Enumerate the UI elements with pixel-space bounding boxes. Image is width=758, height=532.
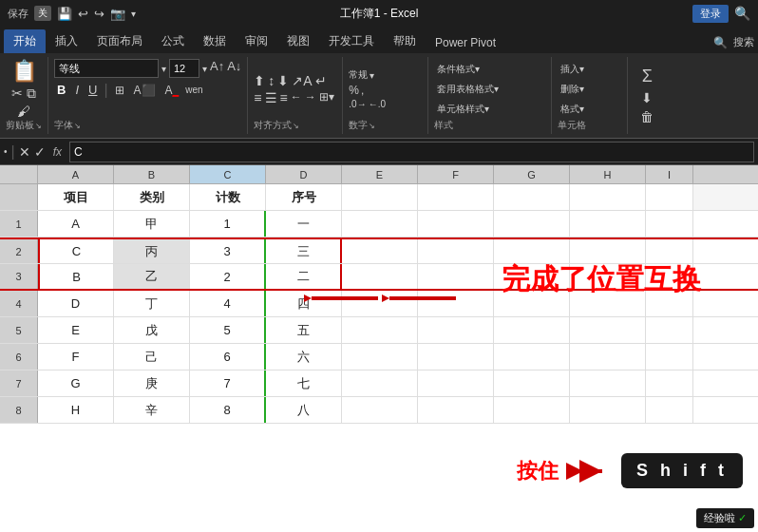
- align-bottom-icon[interactable]: ⬇: [277, 73, 289, 88]
- col-header-g[interactable]: G: [494, 165, 570, 183]
- tab-page-layout[interactable]: 页面布局: [87, 29, 152, 53]
- login-button[interactable]: 登录: [692, 5, 729, 23]
- clipboard-expand-icon[interactable]: ↘: [35, 122, 42, 130]
- font-name-input[interactable]: [54, 59, 159, 78]
- table-format-button[interactable]: 套用表格格式▾: [434, 81, 545, 98]
- cell-6d[interactable]: 六: [266, 344, 342, 370]
- cell-1c[interactable]: 1: [190, 211, 266, 237]
- search-icon[interactable]: 🔍: [734, 6, 750, 21]
- save-icon[interactable]: 💾: [57, 7, 72, 21]
- cell-3c[interactable]: 2: [190, 264, 266, 289]
- formula-cancel-icon[interactable]: ✕: [19, 144, 30, 160]
- decrease-decimal-icon[interactable]: ←.0: [369, 99, 386, 109]
- align-top-icon[interactable]: ⬆: [254, 73, 265, 88]
- header-c[interactable]: 计数: [190, 184, 266, 210]
- conditional-format-button[interactable]: 条件格式▾: [434, 61, 545, 78]
- bold-button[interactable]: B: [54, 81, 68, 99]
- cell-3b[interactable]: 乙: [114, 264, 190, 289]
- col-header-d[interactable]: D: [266, 165, 342, 183]
- increase-font-icon[interactable]: A↑: [210, 59, 224, 78]
- indent-dec-icon[interactable]: ←: [291, 90, 302, 105]
- camera-icon[interactable]: 📷: [110, 7, 125, 21]
- cell-5c[interactable]: 5: [190, 317, 266, 343]
- fill-color-button[interactable]: A⬛: [131, 82, 159, 99]
- cell-2b[interactable]: 丙: [114, 239, 190, 263]
- col-header-b[interactable]: B: [114, 165, 190, 183]
- tab-view[interactable]: 视图: [277, 29, 319, 53]
- increase-decimal-icon[interactable]: .0→: [349, 99, 366, 109]
- copy-icon[interactable]: ⧉: [27, 86, 36, 102]
- percent-icon[interactable]: %: [349, 84, 359, 97]
- col-header-c[interactable]: C: [190, 165, 266, 183]
- alignment-expand-icon[interactable]: ↘: [293, 122, 299, 130]
- italic-button[interactable]: I: [72, 81, 82, 99]
- cell-5b[interactable]: 戊: [114, 317, 190, 343]
- cell-1a[interactable]: A: [38, 211, 114, 237]
- font-size-input[interactable]: [169, 59, 199, 78]
- cell-5a[interactable]: E: [38, 317, 114, 343]
- cell-8b[interactable]: 辛: [114, 397, 190, 423]
- cell-8d[interactable]: 八: [266, 397, 342, 423]
- underline-button[interactable]: U: [85, 81, 100, 99]
- cell-8a[interactable]: H: [38, 397, 114, 423]
- delete-cell-button[interactable]: 删除▾: [558, 81, 621, 98]
- cell-4d[interactable]: 四: [266, 291, 342, 316]
- cell-4b[interactable]: 丁: [114, 291, 190, 316]
- cell-1d[interactable]: 一: [266, 211, 342, 237]
- formula-confirm-icon[interactable]: ✓: [34, 144, 46, 160]
- tab-data[interactable]: 数据: [194, 29, 236, 53]
- header-a[interactable]: 项目: [38, 184, 114, 210]
- cell-2a[interactable]: C: [38, 239, 114, 263]
- toggle-label[interactable]: 关: [34, 6, 51, 21]
- cell-6a[interactable]: F: [38, 344, 114, 370]
- col-header-a[interactable]: A: [38, 165, 114, 183]
- text-rotate-icon[interactable]: ↗A: [292, 73, 312, 88]
- save-label[interactable]: 保存: [8, 7, 28, 21]
- cell-8c[interactable]: 8: [190, 397, 266, 423]
- undo-icon[interactable]: ↩: [78, 7, 88, 21]
- col-header-i[interactable]: I: [646, 165, 693, 183]
- cell-5d[interactable]: 五: [266, 317, 342, 343]
- indent-inc-icon[interactable]: →: [305, 90, 316, 105]
- font-name-dropdown-icon[interactable]: ▾: [161, 64, 166, 74]
- font-color-button[interactable]: A_: [162, 82, 182, 99]
- cell-6b[interactable]: 己: [114, 344, 190, 370]
- number-format-dropdown[interactable]: ▾: [370, 70, 374, 81]
- number-expand-icon[interactable]: ↘: [369, 122, 375, 130]
- cell-7a[interactable]: G: [38, 370, 114, 396]
- cell-7c[interactable]: 7: [190, 370, 266, 396]
- cell-4c[interactable]: 4: [190, 291, 266, 316]
- cell-3a[interactable]: B: [38, 264, 114, 289]
- tab-formula[interactable]: 公式: [152, 29, 194, 53]
- font-size-dropdown-icon[interactable]: ▾: [202, 64, 207, 74]
- header-d[interactable]: 序号: [266, 184, 342, 210]
- col-header-f[interactable]: F: [418, 165, 494, 183]
- format-painter-icon[interactable]: 🖌: [17, 104, 30, 119]
- cell-1b[interactable]: 甲: [114, 211, 190, 237]
- dropdown-icon[interactable]: ▾: [131, 9, 136, 19]
- tab-developer[interactable]: 开发工具: [319, 29, 384, 53]
- cell-7b[interactable]: 庚: [114, 370, 190, 396]
- search-ribbon-icon[interactable]: 🔍: [713, 36, 728, 49]
- tab-home[interactable]: 开始: [4, 29, 46, 53]
- formula-input[interactable]: [69, 142, 754, 162]
- cell-2c[interactable]: 3: [190, 239, 266, 263]
- align-middle-icon[interactable]: ↕: [268, 73, 275, 88]
- thousands-icon[interactable]: ,: [361, 84, 364, 97]
- paste-icon[interactable]: 📋: [11, 59, 37, 84]
- cell-style-button[interactable]: 单元格样式▾: [434, 101, 545, 118]
- tab-insert[interactable]: 插入: [46, 29, 87, 53]
- cell-3d[interactable]: 二: [266, 264, 342, 289]
- cell-2d[interactable]: 三: [266, 239, 342, 263]
- align-center-icon[interactable]: ☰: [265, 90, 277, 105]
- border-button[interactable]: ⊞: [112, 82, 127, 99]
- cut-icon[interactable]: ✂: [11, 86, 23, 102]
- redo-icon[interactable]: ↪: [94, 7, 104, 21]
- font-expand-icon[interactable]: ↘: [74, 122, 81, 130]
- fill-icon[interactable]: ⬇: [641, 90, 653, 105]
- cell-7d[interactable]: 七: [266, 370, 342, 396]
- tab-review[interactable]: 审阅: [236, 29, 277, 53]
- cell-4a[interactable]: D: [38, 291, 114, 316]
- col-header-h[interactable]: H: [570, 165, 646, 183]
- align-left-icon[interactable]: ≡: [254, 90, 261, 105]
